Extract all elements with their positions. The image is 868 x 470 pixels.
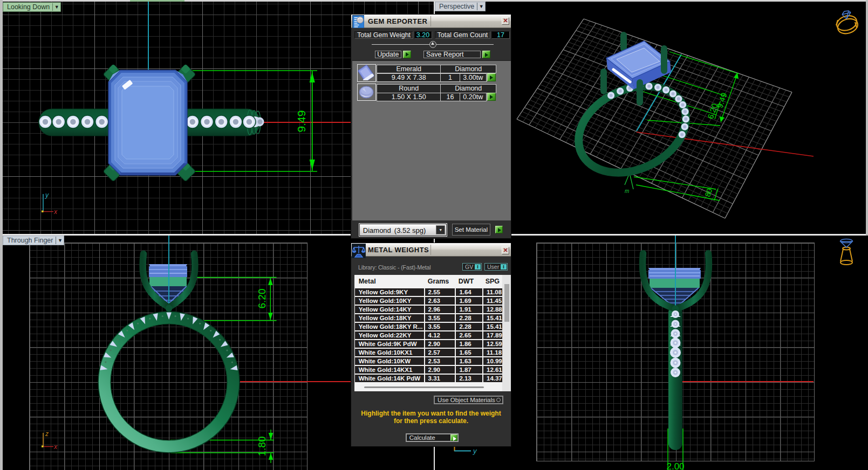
svg-text:z: z [45,430,49,438]
svg-text:2.00: 2.00 [666,461,684,470]
svg-text:x: x [53,208,58,216]
svg-text:6.20: 6.20 [256,289,268,309]
svg-text:6.20: 6.20 [706,102,720,120]
svg-text:y: y [473,447,477,455]
svg-text:1.80: 1.80 [256,437,268,457]
svg-text:9.49: 9.49 [295,110,307,133]
svg-text:y: y [45,191,49,199]
svg-text:m: m [625,188,629,194]
svg-text:x: x [53,443,58,451]
